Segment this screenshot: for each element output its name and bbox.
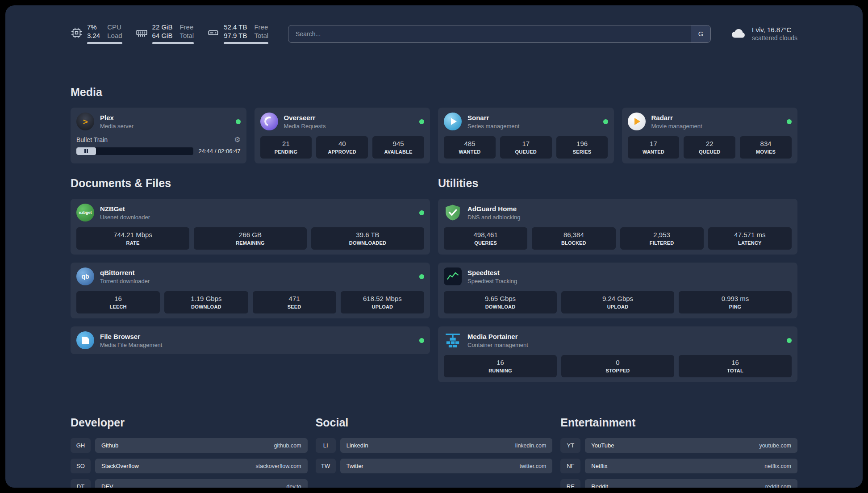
- stat-value: 16: [680, 359, 790, 366]
- stat-value: 744.21 Mbps: [78, 231, 188, 238]
- stat-value: 21: [262, 140, 310, 147]
- stat-box: 471 SEED: [253, 291, 336, 313]
- bookmark-name: DEV: [101, 483, 113, 488]
- service-desc: DNS and adblocking: [467, 214, 521, 221]
- stat-label: STOPPED: [563, 368, 672, 373]
- bookmark-abbr: GH: [71, 438, 91, 453]
- bookmark-abbr: TW: [316, 459, 336, 473]
- service-card-sonarr[interactable]: Sonarr Series management 485 WANTED 17 Q…: [438, 108, 614, 163]
- stat-box: 945 AVAILABLE: [372, 136, 424, 159]
- stat-label: UPLOAD: [563, 304, 672, 309]
- disk-widget: 52.4 TB Free 97.9 TB Total: [207, 23, 268, 44]
- filebrowser-icon: [76, 331, 94, 349]
- bookmark-youtube[interactable]: YT YouTube youtube.com: [560, 438, 797, 453]
- cpu-load-label: Load: [107, 32, 122, 40]
- service-card-plex[interactable]: > Plex Media server Bullet Train ⚙: [71, 108, 246, 163]
- stat-label: DOWNLOAD: [446, 304, 555, 309]
- stat-label: PING: [680, 304, 790, 309]
- service-card-radarr[interactable]: Radarr Movie management 17 WANTED 22 QUE…: [622, 108, 798, 163]
- stat-box: 9.24 Gbps UPLOAD: [561, 291, 674, 313]
- stat-box: 9.65 Gbps DOWNLOAD: [444, 291, 557, 313]
- disk-usage-bar: [224, 42, 268, 44]
- stat-label: RUNNING: [446, 368, 555, 373]
- service-card-filebrowser[interactable]: File Browser Media File Management: [71, 326, 430, 354]
- stat-box: 834 MOVIES: [740, 136, 792, 159]
- stat-label: LEECH: [78, 304, 158, 309]
- memory-widget: 22 GiB Free 64 GiB Total: [136, 23, 194, 44]
- memory-total-label: Total: [179, 32, 194, 40]
- memory-free-value: 22 GiB: [152, 23, 173, 31]
- disk-texts: 52.4 TB Free 97.9 TB Total: [224, 23, 268, 44]
- plex-icon: >: [76, 113, 94, 130]
- bookmark-dev[interactable]: DT DEV dev.to: [71, 479, 308, 488]
- bookmark-linkedin[interactable]: LI LinkedIn linkedin.com: [316, 438, 553, 453]
- memory-total-value: 64 GiB: [152, 32, 173, 40]
- stat-label: BLOCKED: [534, 240, 613, 246]
- stat-label: WANTED: [446, 149, 494, 155]
- service-card-overseerr[interactable]: Overseerr Media Requests 21 PENDING 40 A…: [255, 108, 430, 163]
- bookmark-name: Twitter: [346, 463, 363, 469]
- weather-condition: scattered clouds: [752, 34, 797, 42]
- cpu-percent: 7%: [87, 23, 100, 31]
- gear-icon[interactable]: ⚙: [234, 135, 240, 144]
- stat-value: 2,953: [622, 231, 702, 238]
- service-card-portainer[interactable]: Media Portainer Container management 16 …: [438, 326, 797, 382]
- service-name: Overseerr: [284, 114, 326, 121]
- media-grid: > Plex Media server Bullet Train ⚙: [71, 108, 797, 163]
- section-title-utilities: Utilities: [438, 177, 797, 190]
- bookmark-twitter[interactable]: TW Twitter twitter.com: [316, 459, 553, 473]
- service-card-adguard[interactable]: AdGuard Home DNS and adblocking 498,461 …: [438, 199, 797, 255]
- stat-box: 47.571 ms LATENCY: [708, 227, 792, 250]
- documents-column: Documents & Files nzbget NZBGet Usenet d…: [71, 177, 430, 362]
- bookmark-stackoverflow[interactable]: SO StackOverflow stackoverflow.com: [71, 459, 308, 473]
- stat-label: LATENCY: [710, 240, 790, 246]
- status-dot: [419, 210, 424, 215]
- stat-value: 834: [742, 140, 790, 147]
- service-desc: Container management: [467, 342, 528, 348]
- stat-value: 618.52 Mbps: [342, 295, 422, 302]
- bookmark-url: stackoverflow.com: [256, 463, 301, 469]
- disk-free-value: 52.4 TB: [224, 23, 247, 31]
- stat-label: WANTED: [630, 149, 678, 155]
- service-desc: Media Requests: [284, 123, 326, 130]
- section-title-entertainment: Entertainment: [560, 416, 797, 429]
- weather-widget: Lviv, 16.87°C scattered clouds: [730, 25, 797, 43]
- pause-icon: [84, 149, 88, 153]
- stat-box: 39.6 TB DOWNLOADED: [311, 227, 424, 250]
- service-card-speedtest[interactable]: Speedtest Speedtest Tracking 9.65 Gbps D…: [438, 263, 797, 318]
- stat-box: 744.21 Mbps RATE: [76, 227, 189, 250]
- bookmark-url: twitter.com: [520, 463, 547, 469]
- section-title-documents: Documents & Files: [71, 177, 430, 190]
- playback-progress-fill: [76, 147, 96, 155]
- cpu-widget: 7% CPU 3.24 Load: [71, 23, 122, 44]
- stat-box: 2,953 FILTERED: [620, 227, 704, 250]
- bookmark-github[interactable]: GH Github github.com: [71, 438, 308, 453]
- status-dot: [787, 119, 792, 124]
- section-title-developer: Developer: [71, 416, 308, 429]
- disk-icon: [207, 27, 219, 41]
- service-card-qbittorrent[interactable]: qb qBittorrent Torrent downloader 16 LEE…: [71, 263, 430, 318]
- stat-label: TOTAL: [680, 368, 790, 373]
- stat-box: 618.52 Mbps UPLOAD: [341, 291, 424, 313]
- stat-label: MOVIES: [742, 149, 790, 155]
- floppy-icon: [82, 337, 89, 344]
- dashboard-content: 7% CPU 3.24 Load: [71, 5, 797, 488]
- bookmarks-social: Social LI LinkedIn linkedin.com TW Twitt…: [316, 416, 553, 479]
- bookmark-url: youtube.com: [759, 443, 791, 449]
- search-bar: G: [288, 25, 711, 43]
- service-name: Sonarr: [467, 114, 519, 121]
- stat-value: 945: [374, 140, 422, 147]
- search-input[interactable]: [288, 25, 711, 43]
- stat-label: QUEUED: [685, 149, 734, 155]
- search-provider-button[interactable]: G: [691, 25, 710, 42]
- service-card-nzbget[interactable]: nzbget NZBGet Usenet downloader 744.21 M…: [71, 199, 430, 255]
- stat-value: 47.571 ms: [710, 231, 790, 238]
- stat-value: 196: [558, 140, 606, 147]
- stat-value: 471: [255, 295, 334, 302]
- stat-value: 266 GB: [196, 231, 305, 238]
- bookmark-reddit[interactable]: RE Reddit reddit.com: [560, 479, 797, 488]
- stat-value: 9.24 Gbps: [563, 295, 672, 302]
- bookmark-netflix[interactable]: NF Netflix netflix.com: [560, 459, 797, 473]
- bookmark-name: Netflix: [591, 463, 607, 469]
- weather-texts: Lviv, 16.87°C scattered clouds: [752, 25, 797, 42]
